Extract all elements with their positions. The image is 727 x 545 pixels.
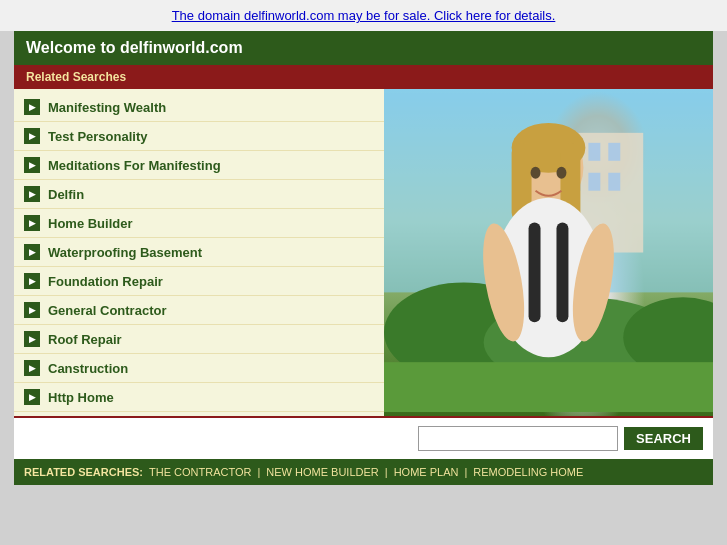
link-label: Manifesting Wealth [48,100,166,115]
content-area: ▶Manifesting Wealth▶Test Personality▶Med… [14,89,713,416]
svg-rect-7 [608,173,620,191]
bottom-bar-link[interactable]: THE CONTRACTOR [149,466,251,478]
list-item[interactable]: ▶Delfin [14,180,384,209]
related-searches-label: Related Searches [26,70,126,84]
list-item[interactable]: ▶Test Personality [14,122,384,151]
arrow-icon: ▶ [24,99,40,115]
arrow-icon: ▶ [24,186,40,202]
arrow-icon: ▶ [24,360,40,376]
link-label: Canstruction [48,361,128,376]
arrow-icon: ▶ [24,244,40,260]
search-bar: SEARCH [14,416,713,459]
bottom-bar-label: RELATED SEARCHES: [24,466,143,478]
bottom-separator: | [385,466,388,478]
list-item[interactable]: ▶Waterproofing Basement [14,238,384,267]
svg-point-23 [556,167,566,179]
bottom-separator: | [464,466,467,478]
svg-point-22 [531,167,541,179]
svg-rect-6 [588,173,600,191]
arrow-icon: ▶ [24,157,40,173]
link-label: Waterproofing Basement [48,245,202,260]
link-label: Test Personality [48,129,147,144]
arrow-icon: ▶ [24,389,40,405]
bottom-bar: RELATED SEARCHES: THE CONTRACTOR|NEW HOM… [14,459,713,485]
list-item[interactable]: ▶Roof Repair [14,325,384,354]
link-label: Meditations For Manifesting [48,158,221,173]
link-label: Http Home [48,390,114,405]
top-bar: The domain delfinworld.com may be for sa… [0,0,727,31]
list-item[interactable]: ▶Home Builder [14,209,384,238]
links-column: ▶Manifesting Wealth▶Test Personality▶Med… [14,89,384,416]
svg-rect-18 [529,223,541,323]
bottom-bar-link[interactable]: REMODELING HOME [473,466,583,478]
list-item[interactable]: ▶Foundation Repair [14,267,384,296]
related-header: Related Searches [14,65,713,89]
svg-rect-11 [384,362,713,412]
link-label: General Contractor [48,303,166,318]
svg-rect-4 [608,143,620,161]
image-column [384,89,713,416]
link-label: Delfin [48,187,84,202]
header-bar: Welcome to delfinworld.com [14,31,713,65]
arrow-icon: ▶ [24,273,40,289]
arrow-icon: ▶ [24,302,40,318]
list-item[interactable]: ▶Http Home [14,383,384,412]
bottom-bar-link[interactable]: NEW HOME BUILDER [266,466,378,478]
link-label: Foundation Repair [48,274,163,289]
hero-image [384,89,713,416]
list-item[interactable]: ▶General Contractor [14,296,384,325]
search-input[interactable] [418,426,618,451]
bottom-bar-link[interactable]: HOME PLAN [394,466,459,478]
main-container: Welcome to delfinworld.com Related Searc… [14,31,713,485]
list-item[interactable]: ▶Meditations For Manifesting [14,151,384,180]
search-button[interactable]: SEARCH [624,427,703,450]
bottom-separator: | [257,466,260,478]
svg-rect-3 [588,143,600,161]
list-item[interactable]: ▶Manifesting Wealth [14,93,384,122]
list-item[interactable]: ▶Canstruction [14,354,384,383]
arrow-icon: ▶ [24,128,40,144]
header-title: Welcome to delfinworld.com [26,39,243,56]
arrow-icon: ▶ [24,331,40,347]
link-label: Home Builder [48,216,133,231]
svg-rect-19 [556,223,568,323]
sale-notice-link[interactable]: The domain delfinworld.com may be for sa… [172,8,556,23]
link-label: Roof Repair [48,332,122,347]
arrow-icon: ▶ [24,215,40,231]
